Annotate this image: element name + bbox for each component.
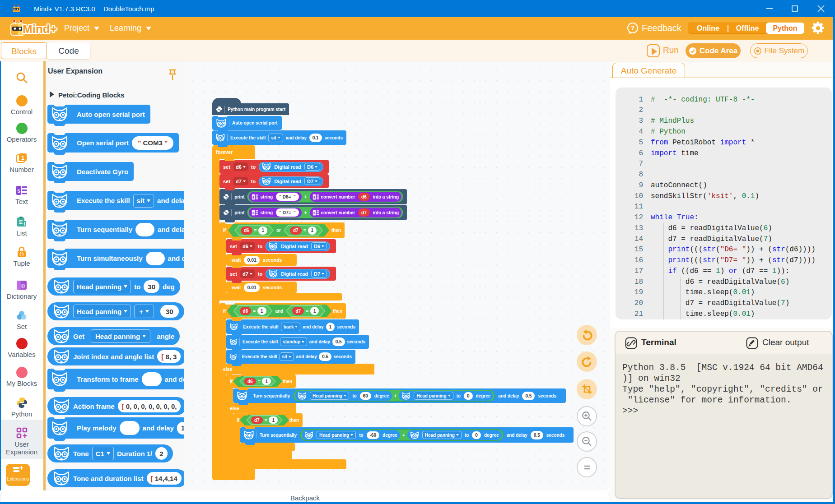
svg-text:s: s (313, 211, 315, 215)
svg-text:s: s (313, 195, 315, 199)
svg-text:s: s (252, 211, 255, 215)
svg-text:s: s (252, 195, 255, 199)
svg-text:(·): (·) (20, 252, 24, 256)
svg-text:1: 1 (21, 154, 24, 161)
svg-text:s: s (17, 188, 20, 194)
svg-text:?: ? (631, 24, 635, 32)
svg-text:{}: {} (21, 283, 25, 288)
